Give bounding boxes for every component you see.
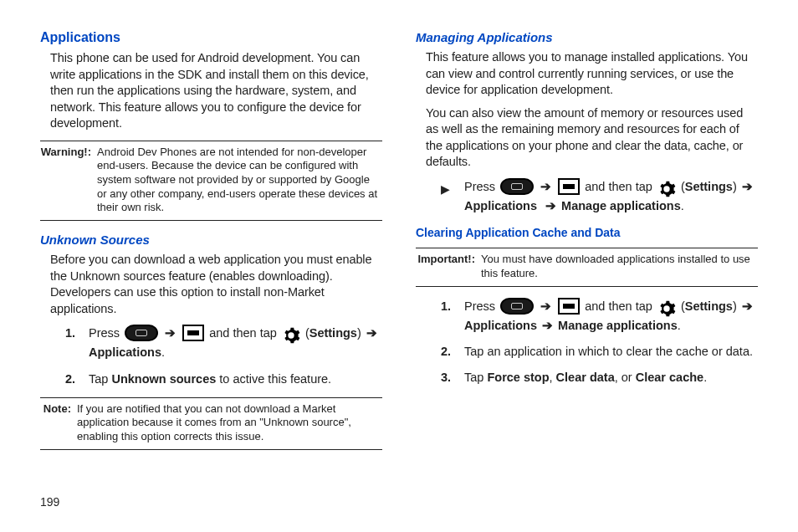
step-text: Press: [464, 180, 499, 193]
step-number: 3.: [441, 368, 451, 387]
note-callout: Note: If you are notified that you can n…: [40, 397, 382, 450]
menu-button-icon: [558, 298, 580, 315]
step-1: 1. Press ➔ and then tap (Settings) ➔ App…: [441, 297, 758, 335]
menu-button-icon: [182, 325, 204, 341]
heading-applications: Applications: [40, 30, 382, 45]
intro-paragraph: This phone can be used for Android devel…: [50, 50, 382, 132]
unknown-sources-steps: 1. Press ➔ and then tap (Settings) ➔ App…: [65, 324, 382, 389]
step-text: Press: [464, 299, 499, 313]
step-number: 2.: [65, 370, 75, 389]
left-column: Applications This phone can be used for …: [40, 30, 382, 482]
page-content: Applications This phone can be used for …: [40, 30, 758, 482]
step-text: , or: [615, 371, 636, 384]
clear-data-label: Clear data: [556, 371, 615, 384]
warning-body: Android Dev Phones are not intended for …: [97, 146, 382, 215]
page-number: 199: [40, 495, 59, 509]
clear-cache-steps: 1. Press ➔ and then tap (Settings) ➔ App…: [441, 297, 758, 388]
svg-point-2: [665, 306, 669, 310]
important-callout: Important!: You must have downloaded app…: [416, 248, 758, 286]
arrow-icon: ➔: [740, 299, 755, 313]
arrow-icon: ➔: [539, 180, 553, 193]
home-button-icon: [500, 178, 534, 195]
settings-gear-icon: [282, 326, 300, 345]
svg-point-0: [289, 334, 294, 338]
step-bullet: ▶ Press ➔ and then tap (Settings) ➔ Appl…: [441, 177, 758, 216]
home-button-icon: [125, 325, 158, 341]
menu-button-icon: [558, 178, 580, 195]
applications-label: Applications: [464, 319, 537, 332]
step-3: 3. Tap Force stop, Clear data, or Clear …: [441, 368, 758, 387]
triangle-bullet-icon: ▶: [441, 180, 450, 198]
note-label: Note:: [40, 402, 74, 417]
heading-managing-applications: Managing Applications: [416, 30, 758, 44]
arrow-icon: ➔: [163, 326, 177, 340]
warning-callout: Warning!: Android Dev Phones are not int…: [40, 141, 382, 221]
arrow-icon: ➔: [544, 199, 558, 212]
right-column: Managing Applications This feature allow…: [416, 30, 758, 482]
heading-unknown-sources: Unknown Sources: [40, 233, 382, 247]
step-2: 2. Tap Unknown sources to active this fe…: [65, 370, 382, 389]
step-2: 2. Tap an application in which to clear …: [441, 342, 758, 361]
step-number: 1.: [65, 324, 75, 343]
manage-paragraph-2: You can also view the amount of memory o…: [426, 105, 758, 171]
svg-point-1: [665, 187, 669, 192]
step-1: 1. Press ➔ and then tap (Settings) ➔ App…: [65, 324, 382, 362]
applications-label: Applications: [89, 345, 161, 359]
step-number: 1.: [441, 297, 451, 316]
unknown-sources-paragraph: Before you can download a web applicatio…: [50, 252, 382, 317]
step-text: and then tap: [585, 180, 656, 193]
arrow-icon: ➔: [740, 180, 755, 193]
unknown-sources-label: Unknown sources: [111, 372, 216, 386]
home-button-icon: [500, 298, 534, 315]
step-number: 2.: [441, 342, 451, 361]
settings-gear-icon: [657, 180, 676, 198]
separator: ,: [550, 371, 556, 384]
settings-gear-icon: [657, 299, 676, 318]
step-text: Press: [89, 326, 123, 340]
step-text: and then tap: [585, 299, 656, 313]
manage-paragraph-1: This feature allows you to manage instal…: [426, 49, 758, 99]
step-text: Tap: [89, 372, 111, 386]
step-text: Tap an application in which to clear the…: [464, 345, 753, 358]
settings-label: Settings: [685, 299, 733, 313]
warning-label: Warning!:: [40, 146, 94, 160]
note-body: If you are notified that you can not dow…: [77, 402, 382, 444]
step-text: to active this feature.: [216, 372, 331, 386]
important-label: Important!:: [416, 253, 478, 267]
arrow-icon: ➔: [540, 319, 555, 332]
settings-label: Settings: [685, 180, 733, 193]
force-stop-label: Force stop: [487, 371, 549, 384]
applications-label: Applications: [464, 199, 537, 212]
manage-steps: ▶ Press ➔ and then tap (Settings) ➔ Appl…: [441, 177, 758, 216]
important-body: You must have downloaded applications in…: [481, 253, 758, 280]
manage-applications-label: Manage applications: [561, 199, 681, 212]
step-text: Tap: [464, 371, 487, 384]
manage-applications-label: Manage applications: [558, 319, 678, 332]
arrow-icon: ➔: [365, 326, 379, 340]
arrow-icon: ➔: [539, 299, 553, 313]
heading-clearing-cache: Clearing Application Cache and Data: [416, 226, 758, 239]
step-text: and then tap: [209, 326, 280, 340]
clear-cache-label: Clear cache: [636, 371, 703, 384]
settings-label: Settings: [309, 326, 357, 340]
